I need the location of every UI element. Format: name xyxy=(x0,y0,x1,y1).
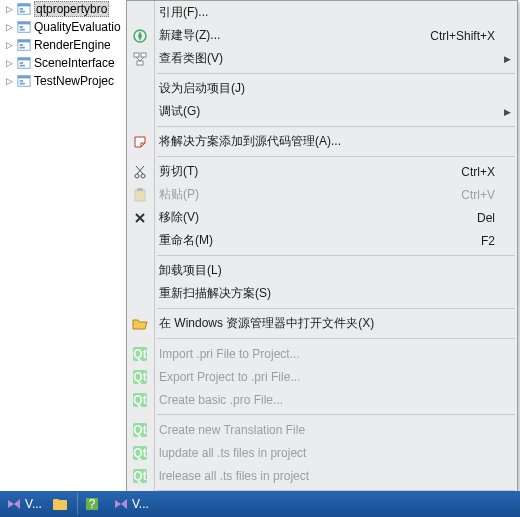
menu-item-label: 重命名(M) xyxy=(159,232,213,249)
menu-item-label: lupdate all .ts files in project xyxy=(159,446,306,460)
tree-item-label: SceneInterface xyxy=(34,56,115,70)
menu-item-label: 卸载项目(L) xyxy=(159,262,222,279)
menu-item-label: 移除(V) xyxy=(159,209,199,226)
cut-icon xyxy=(131,163,149,181)
project-icon xyxy=(16,1,32,17)
menu-item[interactable]: 卸载项目(L) xyxy=(127,259,517,282)
taskbar-button[interactable]: ? xyxy=(80,493,107,515)
svg-rect-3 xyxy=(20,11,25,13)
svg-text:Qt: Qt xyxy=(133,423,146,437)
menu-item[interactable]: 移除(V)Del xyxy=(127,206,517,229)
svg-text:Qt: Qt xyxy=(133,469,146,483)
menu-item[interactable]: 重新扫描解决方案(S) xyxy=(127,282,517,305)
svg-rect-19 xyxy=(20,83,25,85)
project-icon xyxy=(16,73,32,89)
taskbar-label: V... xyxy=(25,497,42,511)
expand-icon[interactable]: ▷ xyxy=(4,4,14,14)
context-menu: 引用(F)...新建导(Z)...Ctrl+Shift+X查看类图(V)▶设为启… xyxy=(126,0,518,517)
menu-item[interactable]: 新建导(Z)...Ctrl+Shift+X xyxy=(127,24,517,47)
taskbar-button[interactable] xyxy=(48,493,78,515)
paste-icon xyxy=(131,186,149,204)
taskbar-button[interactable]: V... xyxy=(2,493,46,515)
menu-separator xyxy=(157,73,515,74)
vs-icon xyxy=(6,496,22,512)
expand-icon[interactable]: ▷ xyxy=(4,22,14,32)
svg-text:Qt: Qt xyxy=(133,446,146,460)
menu-separator xyxy=(157,414,515,415)
svg-rect-15 xyxy=(20,65,25,67)
taskbar: V... ? V... xyxy=(0,491,520,517)
menu-item-label: 粘贴(P) xyxy=(159,186,199,203)
tree-item[interactable]: ▷ RenderEngine xyxy=(4,36,134,54)
expand-icon[interactable]: ▷ xyxy=(4,76,14,86)
menu-item-label: 将解决方案添加到源代码管理(A)... xyxy=(159,133,341,150)
svg-rect-14 xyxy=(20,62,24,64)
menu-shortcut: Ctrl+X xyxy=(461,165,495,179)
menu-item[interactable]: 将解决方案添加到源代码管理(A)... xyxy=(127,130,517,153)
svg-rect-13 xyxy=(18,58,30,61)
menu-item[interactable]: 查看类图(V)▶ xyxy=(127,47,517,70)
menu-shortcut: F2 xyxy=(481,234,495,248)
tree-item[interactable]: ▷ SceneInterface xyxy=(4,54,134,72)
menu-item[interactable]: 引用(F)... xyxy=(127,1,517,24)
svg-text:Qt: Qt xyxy=(133,393,146,407)
svg-text:?: ? xyxy=(89,497,96,511)
qt-import-icon: Qt xyxy=(131,345,149,363)
svg-rect-27 xyxy=(137,188,143,191)
menu-shortcut: Ctrl+V xyxy=(461,188,495,202)
svg-rect-23 xyxy=(137,61,143,65)
project-icon xyxy=(16,19,32,35)
qt-trans-icon: Qt xyxy=(131,421,149,439)
menu-separator xyxy=(157,338,515,339)
compass-icon xyxy=(131,27,149,45)
menu-item: QtExport Project to .pri File... xyxy=(127,365,517,388)
menu-item: QtCreate new Translation File xyxy=(127,418,517,441)
tree-item-label: QualityEvaluatio xyxy=(34,20,121,34)
menu-item[interactable]: 设为启动项目(J) xyxy=(127,77,517,100)
menu-item: Qtlupdate all .ts files in project xyxy=(127,441,517,464)
svg-rect-7 xyxy=(20,29,25,31)
svg-rect-2 xyxy=(20,8,24,10)
remove-icon xyxy=(131,209,149,227)
menu-item[interactable]: 剪切(T)Ctrl+X xyxy=(127,160,517,183)
menu-item: QtImport .pri File to Project... xyxy=(127,342,517,365)
menu-item[interactable]: 在 Windows 资源管理器中打开文件夹(X) xyxy=(127,312,517,335)
expand-icon[interactable]: ▷ xyxy=(4,40,14,50)
svg-text:Qt: Qt xyxy=(133,370,146,384)
classdiagram-icon xyxy=(131,50,149,68)
menu-item-label: 引用(F)... xyxy=(159,4,208,21)
menu-separator xyxy=(157,126,515,127)
expand-icon[interactable]: ▷ xyxy=(4,58,14,68)
menu-shortcut: Ctrl+Shift+X xyxy=(430,29,495,43)
svg-rect-18 xyxy=(20,80,24,82)
tree-item-label: qtpropertybro xyxy=(34,1,109,17)
svg-rect-5 xyxy=(18,22,30,25)
svg-rect-45 xyxy=(53,499,59,502)
menu-item-label: 调试(G) xyxy=(159,103,200,120)
tree-item[interactable]: ▷ QualityEvaluatio xyxy=(4,18,134,36)
menu-item-label: Export Project to .pri File... xyxy=(159,370,300,384)
svg-rect-10 xyxy=(20,44,24,46)
menu-separator xyxy=(157,156,515,157)
menu-item-label: Import .pri File to Project... xyxy=(159,347,300,361)
menu-item-label: Create new Translation File xyxy=(159,423,305,437)
menu-shortcut: Del xyxy=(477,211,495,225)
tree-item-label: RenderEngine xyxy=(34,38,111,52)
qt-lupdate-icon: Qt xyxy=(131,444,149,462)
menu-separator xyxy=(157,308,515,309)
menu-item: 粘贴(P)Ctrl+V xyxy=(127,183,517,206)
tree-item-label: TestNewProjec xyxy=(34,74,114,88)
sourcecontrol-icon xyxy=(131,133,149,151)
menu-item[interactable]: 重命名(M)F2 xyxy=(127,229,517,252)
menu-item: QtCreate basic .pro File... xyxy=(127,388,517,411)
menu-item-label: 新建导(Z)... xyxy=(159,27,220,44)
menu-item-label: lrelease all .ts files in project xyxy=(159,469,309,483)
svg-text:Qt: Qt xyxy=(133,347,146,361)
tree-item[interactable]: ▷ TestNewProjec xyxy=(4,72,134,90)
tree-item[interactable]: ▷ qtpropertybro xyxy=(4,0,134,18)
svg-point-25 xyxy=(141,174,145,178)
menu-item[interactable]: 调试(G)▶ xyxy=(127,100,517,123)
solution-tree[interactable]: ▷ qtpropertybro ▷ QualityEvaluatio ▷ Ren… xyxy=(4,0,134,90)
project-icon xyxy=(16,37,32,53)
taskbar-button[interactable]: V... xyxy=(109,493,153,515)
